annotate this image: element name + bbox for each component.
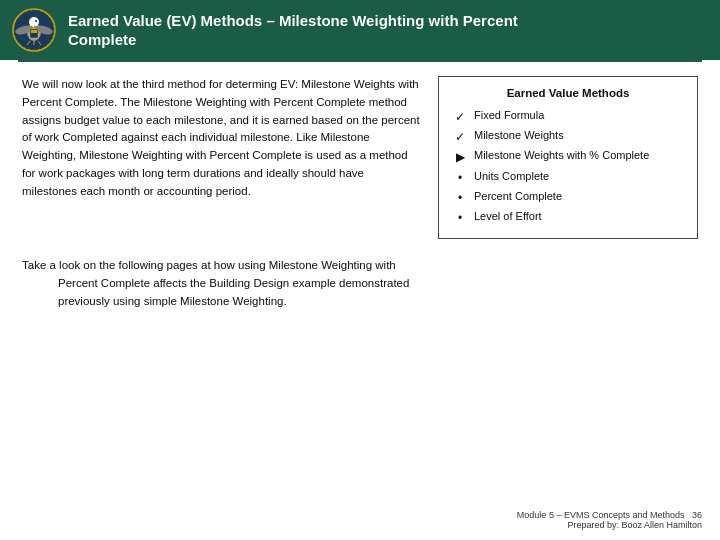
bottom-line2: Percent Complete affects the Building De… bbox=[58, 277, 409, 289]
info-box-text-5: Level of Effort bbox=[474, 208, 542, 226]
info-box-text-2: Milestone Weights with % Complete bbox=[474, 147, 649, 165]
info-box-text-3: Units Complete bbox=[474, 168, 549, 186]
info-box-item-0: ✓Fixed Formula bbox=[453, 107, 683, 127]
info-box-bullet-0: ✓ bbox=[453, 108, 467, 127]
main-content: We will now look at the third method for… bbox=[0, 62, 720, 321]
bottom-line1: Take a look on the following pages at ho… bbox=[22, 259, 396, 271]
info-box-item-3: •Units Complete bbox=[453, 168, 683, 188]
info-box-text-4: Percent Complete bbox=[474, 188, 562, 206]
footer-module: Module 5 – EVMS Concepts and Methods bbox=[517, 510, 685, 520]
footer: Module 5 – EVMS Concepts and Methods 36 … bbox=[517, 510, 702, 530]
info-box-title: Earned Value Methods bbox=[453, 87, 683, 99]
info-box-bullet-3: • bbox=[453, 169, 467, 188]
footer-prepared: Prepared by: Booz Allen Hamilton bbox=[517, 520, 702, 530]
info-box-item-4: •Percent Complete bbox=[453, 188, 683, 208]
bottom-line3: previously using simple Milestone Weight… bbox=[58, 295, 287, 307]
svg-rect-8 bbox=[31, 30, 37, 33]
info-box-text-0: Fixed Formula bbox=[474, 107, 544, 125]
info-box-bullet-2: ▶ bbox=[453, 148, 467, 167]
footer-page: 36 bbox=[692, 510, 702, 520]
info-box-item-1: ✓Milestone Weights bbox=[453, 127, 683, 147]
info-box-bullet-1: ✓ bbox=[453, 128, 467, 147]
info-box-text-1: Milestone Weights bbox=[474, 127, 564, 145]
info-box-items: ✓Fixed Formula✓Milestone Weights▶Milesto… bbox=[453, 107, 683, 228]
info-box-item-5: •Level of Effort bbox=[453, 208, 683, 228]
svg-point-6 bbox=[35, 20, 37, 22]
info-box-item-2: ▶Milestone Weights with % Complete bbox=[453, 147, 683, 167]
page-header: Earned Value (EV) Methods – Milestone We… bbox=[0, 0, 720, 60]
main-paragraph: We will now look at the third method for… bbox=[22, 76, 422, 201]
page-title: Earned Value (EV) Methods – Milestone We… bbox=[68, 11, 518, 50]
info-box-bullet-4: • bbox=[453, 189, 467, 208]
info-box-bullet-5: • bbox=[453, 209, 467, 228]
top-section: We will now look at the third method for… bbox=[22, 76, 698, 239]
footer-module-page: Module 5 – EVMS Concepts and Methods 36 bbox=[517, 510, 702, 520]
info-box: Earned Value Methods ✓Fixed Formula✓Mile… bbox=[438, 76, 698, 239]
logo bbox=[12, 8, 56, 52]
bottom-paragraph: Take a look on the following pages at ho… bbox=[22, 257, 698, 310]
